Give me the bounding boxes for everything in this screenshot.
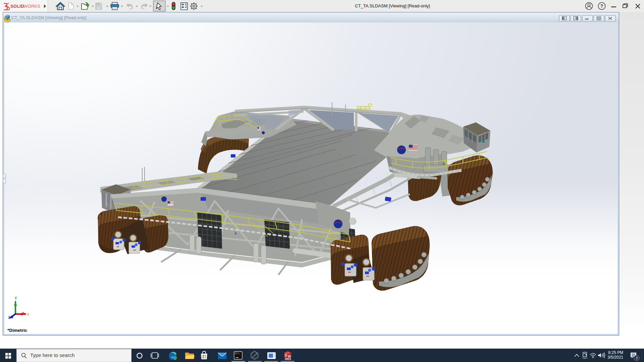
svg-text:S: S bbox=[285, 354, 287, 357]
svg-text:2021: 2021 bbox=[285, 357, 291, 361]
svg-text:3: 3 bbox=[636, 356, 638, 360]
svg-text:lı: lı bbox=[443, 162, 445, 166]
svg-text:li: li bbox=[101, 212, 102, 216]
svg-text:C:\: C:\ bbox=[235, 352, 239, 355]
svg-text:lı: lı bbox=[235, 231, 237, 235]
